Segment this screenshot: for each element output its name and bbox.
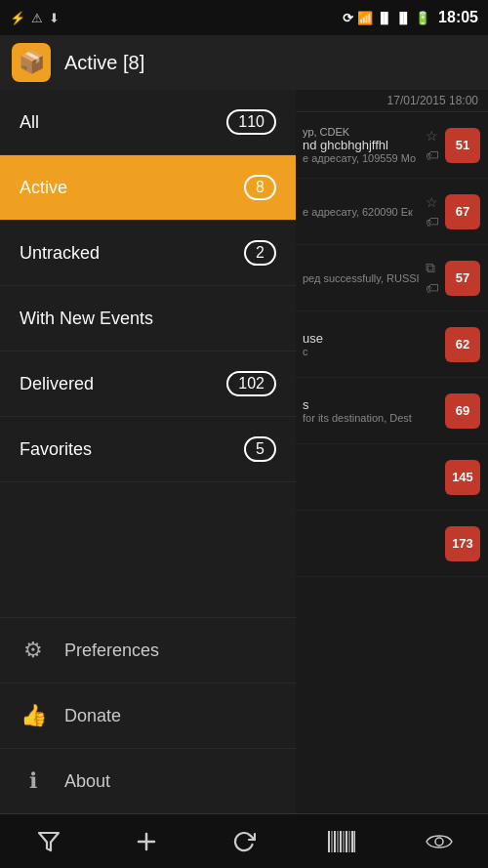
wifi-icon: 📶: [357, 11, 373, 25]
tag-icon: 🏷: [426, 147, 439, 163]
copy-icon: ⧉: [426, 260, 439, 276]
svg-rect-7: [340, 831, 342, 852]
package-badge: 173: [445, 526, 480, 561]
sidebar-item-about[interactable]: ℹ About: [0, 748, 296, 813]
svg-rect-8: [344, 831, 345, 852]
status-icons-right: ⟳ 📶 ▐▌ ▐▌ 🔋 18:05: [343, 9, 478, 26]
app-icon-symbol: 📦: [19, 50, 45, 75]
refresh-icon: [232, 830, 256, 853]
star-icon: ☆: [426, 194, 439, 210]
plus-icon: [135, 830, 158, 853]
package-status: for its destination, Dest: [303, 412, 439, 424]
eye-icon: [426, 832, 453, 851]
svg-rect-5: [334, 831, 336, 852]
package-badge: 57: [445, 261, 480, 296]
filter-button[interactable]: [21, 814, 76, 869]
filter-icon: [37, 830, 61, 853]
rotate-icon: ⟳: [343, 11, 353, 25]
sidebar-item-about-label: About: [64, 771, 110, 792]
sidebar-item-active-badge: 8: [244, 175, 276, 200]
tag-icon: 🏷: [426, 280, 439, 296]
main-container: 17/01/2015 18:00 ур, CDEK nd ghcbhghjffh…: [0, 90, 488, 813]
sidebar-item-all[interactable]: All 110: [0, 90, 296, 155]
sidebar-item-favorites-badge: 5: [244, 436, 276, 462]
svg-rect-11: [351, 831, 353, 852]
package-info: use с: [303, 331, 439, 357]
sidebar-item-untracked-label: Untracked: [20, 243, 100, 264]
sidebar-item-delivered[interactable]: Delivered 102: [0, 351, 296, 417]
svg-rect-4: [332, 831, 333, 852]
add-button[interactable]: [119, 814, 174, 869]
sidebar-item-preferences[interactable]: ⚙ Preferences: [0, 617, 296, 682]
sidebar-item-untracked-badge: 2: [244, 240, 276, 266]
eye-button[interactable]: [412, 814, 467, 869]
package-name: nd ghcbhghjffhl: [303, 138, 422, 152]
sidebar-item-preferences-label: Preferences: [64, 641, 159, 661]
sidebar-item-donate-label: Donate: [64, 706, 121, 726]
sidebar-item-favorites[interactable]: Favorites 5: [0, 417, 296, 482]
package-badge: 145: [445, 460, 480, 495]
warning-icon: ⚠: [31, 11, 43, 25]
info-icon: ℹ: [20, 768, 47, 794]
sidebar-spacer: [0, 482, 296, 617]
package-badge: 67: [445, 194, 480, 229]
refresh-button[interactable]: [217, 814, 271, 869]
svg-rect-12: [354, 831, 356, 852]
barcode-button[interactable]: [314, 814, 369, 869]
sidebar-item-new-events-label: With New Events: [20, 309, 153, 329]
svg-rect-10: [349, 831, 350, 852]
sidebar-item-active-label: Active: [20, 178, 67, 198]
svg-point-13: [435, 838, 443, 846]
status-icons-left: ⚡ ⚠ ⬇: [10, 11, 60, 25]
header-title: Active [8]: [64, 52, 144, 74]
sidebar-item-donate[interactable]: 👍 Donate: [0, 682, 296, 748]
package-id: ур, CDEK: [303, 126, 422, 138]
package-status: с: [303, 346, 439, 357]
barcode-icon: [328, 831, 355, 852]
svg-marker-0: [39, 833, 59, 850]
download-icon: ⬇: [49, 11, 60, 25]
sidebar-item-untracked[interactable]: Untracked 2: [0, 221, 296, 286]
thumbsup-icon: 👍: [20, 703, 47, 728]
package-badge: 62: [445, 327, 480, 362]
signal2-icon: ▐▌: [395, 12, 411, 23]
package-action-icons: ☆ 🏷: [426, 194, 439, 229]
sidebar-item-active[interactable]: Active 8: [0, 155, 296, 221]
sidebar-item-all-badge: 110: [226, 109, 276, 135]
battery-icon: 🔋: [415, 11, 430, 25]
usb-icon: ⚡: [10, 11, 25, 25]
package-badge: 69: [445, 393, 480, 429]
app-header: 📦 Active [8]: [0, 35, 488, 90]
sidebar-item-all-label: All: [20, 112, 39, 133]
svg-rect-3: [328, 831, 330, 852]
package-name: s: [303, 397, 439, 412]
package-name: use: [303, 331, 439, 346]
package-badge: 51: [445, 128, 480, 163]
svg-rect-6: [338, 831, 339, 852]
package-info: ред successfully, RUSSI: [303, 272, 422, 284]
package-status: е адресату, 109559 Mo: [303, 152, 422, 164]
package-info: ур, CDEK nd ghcbhghjffhl е адресату, 109…: [303, 126, 422, 164]
status-bar: ⚡ ⚠ ⬇ ⟳ 📶 ▐▌ ▐▌ 🔋 18:05: [0, 0, 488, 35]
sidebar-item-favorites-label: Favorites: [20, 439, 92, 460]
package-action-icons: ☆ 🏷: [426, 128, 439, 163]
sidebar-item-new-events[interactable]: With New Events: [0, 286, 296, 351]
time-display: 18:05: [438, 9, 478, 26]
tag-icon: 🏷: [426, 214, 439, 229]
package-status: ред successfully, RUSSI: [303, 272, 422, 284]
sidebar-item-delivered-badge: 102: [226, 371, 276, 396]
gear-icon: ⚙: [20, 638, 47, 663]
sidebar-item-delivered-label: Delivered: [20, 374, 94, 394]
package-status: е адресату, 620090 Ек: [303, 206, 422, 218]
sidebar-drawer: All 110 Active 8 Untracked 2 With New Ev…: [0, 90, 296, 813]
package-action-icons: ⧉ 🏷: [426, 260, 439, 296]
signal1-icon: ▐▌: [377, 12, 392, 23]
star-icon: ☆: [426, 128, 439, 144]
package-info: е адресату, 620090 Ек: [303, 206, 422, 218]
package-info: s for its destination, Dest: [303, 397, 439, 424]
svg-rect-9: [346, 831, 347, 852]
bottom-nav: [0, 813, 488, 868]
app-icon: 📦: [12, 43, 51, 82]
